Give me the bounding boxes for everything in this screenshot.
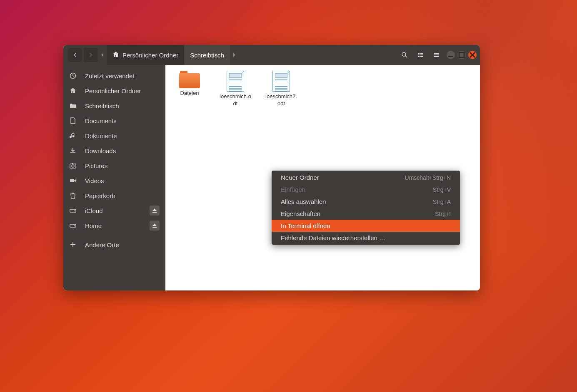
music-icon [69, 132, 77, 139]
document-icon [227, 71, 244, 92]
camera-icon [69, 162, 77, 169]
svg-rect-7 [434, 53, 439, 54]
file-grid: Dateienloeschmich.odtloeschmich2.odt [173, 71, 472, 107]
sidebar-item-zuletzt-verwendet[interactable]: Zuletzt verwendet [63, 68, 165, 83]
sidebar-item-label: Schreibtisch [85, 102, 160, 109]
context-menu-label: Fehlende Dateien wiederherstellen … [281, 234, 385, 241]
view-toggle-button[interactable] [412, 47, 428, 63]
sidebar-item-papierkorb[interactable]: Papierkorb [63, 188, 165, 203]
file-name-label: Dateien [180, 90, 199, 97]
plus-icon [69, 241, 77, 248]
titlebar: Persönlicher Ordner Schreibtisch [63, 45, 480, 65]
context-menu-shortcut: Strg+A [433, 198, 451, 205]
svg-point-0 [402, 52, 406, 56]
folder-icon [179, 71, 200, 88]
eject-button[interactable] [150, 221, 160, 231]
sidebar-item-label: Pictures [85, 162, 160, 169]
sidebar-item-label: Zuletzt verwendet [85, 72, 160, 79]
forward-button[interactable] [84, 48, 98, 62]
sidebar: Zuletzt verwendetPersönlicher OrdnerSchr… [63, 65, 165, 290]
sidebar-item-label: Videos [85, 177, 160, 184]
path-chevron-left-icon [98, 52, 107, 58]
sidebar-item-label: iCloud [85, 207, 141, 214]
home-icon [112, 51, 119, 59]
svg-rect-4 [420, 53, 423, 54]
svg-rect-2 [418, 55, 420, 55]
svg-point-20 [74, 226, 75, 226]
sidebar-item-pictures[interactable]: Pictures [63, 158, 165, 173]
document-icon [272, 71, 290, 92]
video-icon [69, 177, 77, 184]
sidebar-item-label: Persönlicher Ordner [85, 87, 160, 94]
hamburger-menu-button[interactable] [428, 47, 444, 63]
context-menu-label: In Terminal öffnen [281, 222, 330, 229]
file-item[interactable]: Dateien [173, 71, 206, 107]
context-menu-label: Alles auswählen [281, 198, 326, 205]
sidebar-item-schreibtisch[interactable]: Schreibtisch [63, 98, 165, 113]
sidebar-item-label: Papierkorb [85, 192, 160, 199]
drive-icon [69, 207, 77, 214]
maximize-button[interactable] [457, 51, 466, 59]
file-manager-window: Persönlicher Ordner Schreibtisch Zuletzt… [63, 45, 480, 290]
download-icon [69, 147, 77, 154]
context-menu: Neuer OrdnerUmschalt+Strg+NEinfügenStrg+… [272, 171, 460, 245]
svg-rect-10 [448, 56, 453, 57]
sidebar-item-home[interactable]: Home [63, 218, 165, 233]
context-menu-shortcut: Strg+I [435, 211, 451, 217]
file-item[interactable]: loeschmich2.odt [265, 71, 298, 107]
file-name-label: loeschmich2.odt [265, 93, 298, 107]
sidebar-item-documents[interactable]: Documents [63, 113, 165, 128]
file-name-label: loeschmich.odt [219, 93, 252, 107]
svg-point-14 [72, 165, 74, 167]
context-menu-item: EinfügenStrg+V [272, 184, 460, 196]
svg-rect-15 [72, 163, 73, 164]
sidebar-item-dokumente[interactable]: Dokumente [63, 128, 165, 143]
context-menu-shortcut: Strg+V [433, 186, 451, 193]
drive-icon [69, 222, 77, 229]
path-chevron-right-icon [230, 52, 238, 58]
sidebar-item-persönlicher-ordner[interactable]: Persönlicher Ordner [63, 83, 165, 98]
context-menu-item[interactable]: In Terminal öffnen [272, 220, 460, 232]
sidebar-item-label: Dokumente [85, 132, 160, 139]
svg-rect-6 [420, 56, 423, 57]
document-icon [69, 117, 77, 124]
svg-rect-1 [418, 53, 420, 54]
search-button[interactable] [397, 47, 412, 63]
sidebar-item-label: Andere Orte [85, 241, 160, 248]
minimize-button[interactable] [447, 51, 455, 59]
context-menu-shortcut: Umschalt+Strg+N [405, 174, 451, 181]
sidebar-item-label: Documents [85, 117, 160, 124]
svg-point-18 [74, 211, 75, 211]
sidebar-item-icloud[interactable]: iCloud [63, 203, 165, 218]
context-menu-item[interactable]: EigenschaftenStrg+I [272, 208, 460, 220]
clock-icon [69, 72, 77, 79]
context-menu-label: Einfügen [281, 186, 305, 193]
trash-icon [69, 192, 77, 199]
svg-rect-3 [418, 56, 420, 57]
breadcrumb-current-label: Schreibtisch [190, 52, 224, 59]
context-menu-item[interactable]: Alles auswählenStrg+A [272, 196, 460, 208]
svg-rect-5 [420, 55, 423, 55]
close-button[interactable] [468, 51, 477, 59]
sidebar-item-andere-orte[interactable]: Andere Orte [63, 237, 165, 252]
sidebar-item-label: Home [85, 222, 141, 229]
svg-rect-9 [434, 56, 439, 57]
sidebar-item-downloads[interactable]: Downloads [63, 143, 165, 158]
svg-rect-16 [70, 179, 74, 182]
eject-button[interactable] [150, 206, 160, 216]
context-menu-item[interactable]: Fehlende Dateien wiederherstellen … [272, 232, 460, 244]
svg-rect-8 [434, 55, 439, 55]
context-menu-item[interactable]: Neuer OrdnerUmschalt+Strg+N [272, 171, 460, 184]
breadcrumb-current[interactable]: Schreibtisch [184, 45, 230, 65]
context-menu-label: Eigenschaften [281, 210, 320, 217]
sidebar-item-videos[interactable]: Videos [63, 173, 165, 188]
context-menu-label: Neuer Ordner [281, 174, 319, 181]
folder-icon [69, 102, 77, 109]
sidebar-item-label: Downloads [85, 147, 160, 154]
back-button[interactable] [68, 48, 82, 62]
file-item[interactable]: loeschmich.odt [219, 71, 252, 107]
home-icon [69, 87, 77, 94]
breadcrumb-parent-label: Persönlicher Ordner [122, 52, 178, 59]
breadcrumb-home[interactable]: Persönlicher Ordner [107, 45, 184, 65]
svg-rect-11 [459, 52, 464, 57]
